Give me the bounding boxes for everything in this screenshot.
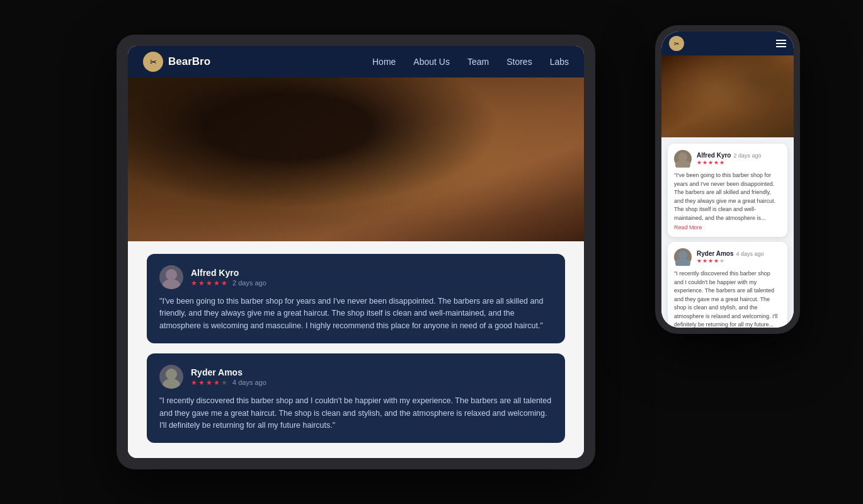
tablet-hero — [128, 77, 584, 241]
mobile-review-header-1: Alfred Kyro 2 days ago ★ ★ ★ ★ ★ — [674, 150, 781, 168]
mobile-stars-1: ★ ★ ★ ★ ★ — [697, 159, 762, 166]
mobile-hero-image — [661, 55, 794, 137]
star-r1: ★ — [191, 379, 197, 387]
nav-links: Home About Us Team Stores Labs — [372, 56, 569, 67]
review-header-2: Ryder Amos ★ ★ ★ ★ ★ 4 days ago — [159, 365, 552, 389]
svg-point-0 — [166, 269, 177, 280]
mobile-time-1: 2 days ago — [733, 152, 761, 159]
avatar-alfred — [159, 265, 183, 289]
stars-2: ★ ★ ★ ★ ★ — [191, 379, 227, 387]
logo-scissors: ✂ — [150, 57, 157, 67]
mobile-reviewer-info-1: Alfred Kyro 2 days ago ★ ★ ★ ★ ★ — [697, 152, 762, 166]
svg-point-1 — [163, 279, 180, 289]
svg-point-5 — [675, 160, 690, 168]
time-ago-1: 2 days ago — [232, 279, 266, 287]
nav-item-stores[interactable]: Stores — [506, 56, 532, 67]
tablet-content: Alfred Kyro ★ ★ ★ ★ ★ 2 days ago — [128, 241, 584, 458]
time-ago-2: 4 days ago — [232, 379, 266, 386]
star-r4: ★ — [214, 379, 220, 387]
star-2: ★ — [198, 279, 205, 287]
mobile-avatar-ryder — [674, 248, 692, 266]
mobile-device: ✂ — [655, 25, 800, 334]
review-text-1: "I've been going to this barber shop for… — [159, 295, 552, 332]
avatar-ryder — [159, 365, 183, 389]
nav-item-home[interactable]: Home — [372, 56, 396, 67]
tablet-navbar: ✂ BearBro Home About Us Team Stores Labs — [128, 46, 584, 77]
nav-item-team[interactable]: Team — [467, 56, 489, 67]
mobile-review-card-1: Alfred Kyro 2 days ago ★ ★ ★ ★ ★ — [668, 144, 787, 237]
mobile-reviewer-info-2: Ryder Amos 4 days ago ★ ★ ★ ★ ★ — [697, 250, 764, 264]
logo-icon: ✂ — [143, 52, 163, 72]
review-meta-2: ★ ★ ★ ★ ★ 4 days ago — [191, 379, 266, 387]
mobile-time-2: 4 days ago — [736, 251, 764, 257]
star-1: ★ — [191, 279, 197, 287]
mobile-navbar: ✂ — [661, 32, 794, 55]
star-4: ★ — [214, 279, 220, 287]
svg-point-6 — [678, 251, 687, 260]
svg-point-3 — [163, 379, 180, 389]
star-5: ★ — [221, 279, 227, 287]
brand-name: BearBro — [168, 55, 210, 68]
reviewer-name-2: Ryder Amos — [191, 367, 266, 377]
mobile-stars-2: ★ ★ ★ ★ ★ — [697, 258, 764, 264]
hamburger-line-1 — [776, 40, 786, 41]
review-card-2: Ryder Amos ★ ★ ★ ★ ★ 4 days ago — [147, 353, 565, 443]
svg-point-4 — [678, 152, 687, 161]
mobile-content: Alfred Kyro 2 days ago ★ ★ ★ ★ ★ — [661, 137, 794, 328]
mobile-scissors-icon: ✂ — [674, 40, 679, 47]
svg-point-7 — [675, 258, 690, 266]
hamburger-line-2 — [776, 43, 786, 44]
mobile-hero — [661, 55, 794, 137]
star-3: ★ — [206, 279, 212, 287]
tablet-device: ✂ BearBro Home About Us Team Stores Labs — [117, 35, 595, 469]
stars-1: ★ ★ ★ ★ ★ — [191, 279, 227, 287]
mobile-review-text-1: "I've been going to this barber shop for… — [674, 171, 781, 222]
mobile-read-more-1[interactable]: Read More — [674, 224, 781, 231]
scene: ✂ BearBro Home About Us Team Stores Labs — [0, 0, 863, 504]
mobile-review-text-2: "I recently discovered this barber shop … — [674, 270, 781, 328]
reviewer-name-1: Alfred Kyro — [191, 268, 266, 278]
hamburger-line-3 — [776, 46, 786, 47]
reviewer-info-2: Ryder Amos ★ ★ ★ ★ ★ 4 days ago — [191, 367, 266, 387]
star-r2: ★ — [198, 379, 205, 387]
mobile-logo-icon: ✂ — [669, 36, 684, 51]
tablet-logo: ✂ BearBro — [143, 52, 210, 72]
mobile-review-card-2: Ryder Amos 4 days ago ★ ★ ★ ★ ★ — [668, 242, 787, 328]
star-r3: ★ — [206, 379, 212, 387]
barber-overlay — [128, 77, 584, 241]
review-text-2: "I recently discovered this barber shop … — [159, 395, 552, 432]
mobile-avatar-alfred — [674, 150, 692, 168]
hamburger-menu[interactable] — [776, 40, 786, 47]
tablet-screen: ✂ BearBro Home About Us Team Stores Labs — [128, 46, 584, 458]
nav-item-labs[interactable]: Labs — [550, 56, 569, 67]
mobile-reviewer-name-2: Ryder Amos — [697, 250, 734, 257]
reviewer-info-1: Alfred Kyro ★ ★ ★ ★ ★ 2 days ago — [191, 268, 266, 287]
review-meta-1: ★ ★ ★ ★ ★ 2 days ago — [191, 279, 266, 287]
mobile-review-header-2: Ryder Amos 4 days ago ★ ★ ★ ★ ★ — [674, 248, 781, 266]
nav-item-about[interactable]: About Us — [413, 56, 450, 67]
svg-point-2 — [166, 369, 177, 380]
mobile-screen: ✂ — [661, 32, 794, 328]
mobile-reviewer-name-1: Alfred Kyro — [697, 152, 731, 159]
star-r5: ★ — [221, 379, 227, 387]
review-card-1: Alfred Kyro ★ ★ ★ ★ ★ 2 days ago — [147, 254, 565, 343]
review-header-1: Alfred Kyro ★ ★ ★ ★ ★ 2 days ago — [159, 265, 552, 289]
